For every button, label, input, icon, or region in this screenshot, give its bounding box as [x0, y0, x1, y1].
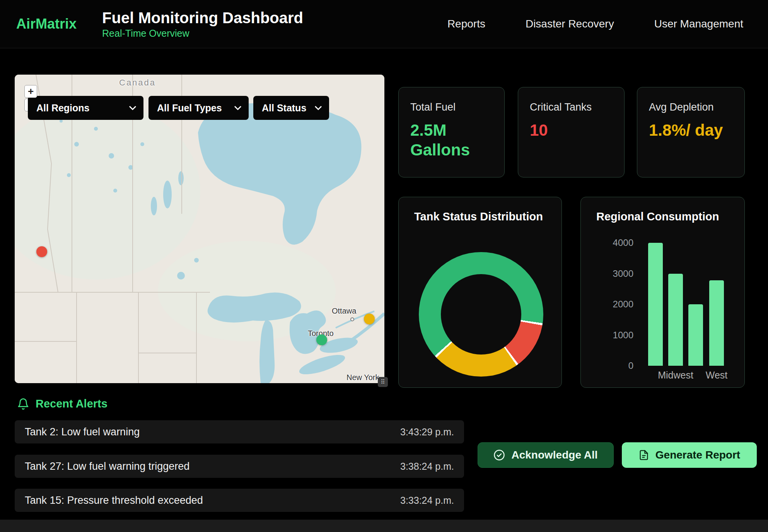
- page-title: Fuel Monitoring Dashboard: [102, 9, 303, 26]
- kpi-label: Total Fuel: [410, 101, 493, 113]
- alert-time: 3:33:24 p.m.: [400, 495, 454, 506]
- regional-consumption-card: Regional Consumption 01000200030004000Mi…: [580, 197, 745, 388]
- consumption-bar: [688, 304, 703, 366]
- bell-icon: [17, 398, 29, 410]
- kpi-card-avg-depletion: Avg Depletion 1.8%/ day: [637, 87, 745, 177]
- map-zoom-in-button[interactable]: +: [24, 85, 37, 98]
- main-nav: Reports Disaster Recovery User Managemen…: [447, 18, 743, 30]
- x-axis-tick: Midwest: [652, 370, 699, 381]
- fuel-type-filter-value: All Fuel Types: [157, 102, 222, 114]
- map-label-ottawa: Ottawa: [332, 307, 356, 315]
- y-axis-tick: 0: [581, 360, 633, 372]
- kpi-value-critical-tanks: 10: [530, 120, 613, 140]
- bar-chart-title: Regional Consumption: [596, 210, 744, 223]
- alert-row[interactable]: Tank 15: Pressure threshold exceeded 3:3…: [15, 489, 464, 512]
- kpi-value-total-fuel: 2.5M Gallons: [410, 120, 493, 160]
- kpi-value-avg-depletion: 1.8%/ day: [649, 120, 733, 140]
- document-icon: [638, 450, 649, 460]
- recent-alerts-heading: Recent Alerts: [17, 397, 108, 410]
- map-resize-handle[interactable]: ⠿: [378, 377, 388, 387]
- status-filter-dropdown[interactable]: All Status: [253, 96, 329, 120]
- chevron-down-icon: [129, 106, 137, 111]
- consumption-bar: [668, 274, 683, 366]
- x-axis-tick: West: [693, 370, 740, 381]
- dashboard-page: AirMatrix Fuel Monitoring Dashboard Real…: [0, 0, 768, 532]
- nav-item-disaster-recovery[interactable]: Disaster Recovery: [526, 18, 614, 30]
- y-axis-tick: 4000: [581, 237, 633, 249]
- region-filter-dropdown[interactable]: All Regions: [28, 96, 143, 120]
- y-axis-tick: 2000: [581, 298, 633, 310]
- tank-status-card: Tank Status Distribution: [398, 197, 562, 388]
- donut-chart: [419, 252, 543, 377]
- nav-item-reports[interactable]: Reports: [447, 18, 485, 30]
- fuel-map[interactable]: + − All Regions All Fuel Types All Statu…: [15, 75, 384, 383]
- fuel-type-filter-dropdown[interactable]: All Fuel Types: [148, 96, 249, 120]
- chevron-down-icon: [234, 106, 242, 111]
- tank-marker-warning[interactable]: [364, 314, 375, 324]
- alert-row[interactable]: Tank 27: Low fuel warning triggered 3:38…: [15, 455, 464, 478]
- tank-marker-normal[interactable]: [316, 334, 327, 345]
- chevron-down-icon: [314, 106, 322, 111]
- app-header: AirMatrix Fuel Monitoring Dashboard Real…: [0, 0, 768, 48]
- acknowledge-all-button[interactable]: Acknowledge All: [478, 442, 614, 468]
- donut-hole: [441, 274, 521, 355]
- ottawa-city-dot: [350, 317, 354, 321]
- alert-time: 3:38:24 p.m.: [400, 461, 454, 472]
- acknowledge-all-label: Acknowledge All: [511, 449, 597, 461]
- footer-strip: [0, 520, 768, 532]
- alert-text: Tank 2: Low fuel warning: [25, 426, 140, 438]
- map-label-canada: Canada: [119, 78, 156, 88]
- nav-item-user-management[interactable]: User Management: [654, 18, 743, 30]
- app-logo: AirMatrix: [16, 16, 77, 32]
- alert-time: 3:43:29 p.m.: [400, 426, 454, 438]
- kpi-card-critical-tanks: Critical Tanks 10: [518, 87, 625, 177]
- recent-alerts-title: Recent Alerts: [36, 397, 108, 410]
- page-subtitle: Real-Time Overview: [102, 28, 303, 39]
- kpi-label: Critical Tanks: [530, 101, 613, 113]
- kpi-label: Avg Depletion: [649, 101, 733, 113]
- region-filter-value: All Regions: [36, 102, 90, 114]
- tank-marker-critical[interactable]: [36, 246, 47, 257]
- alert-row[interactable]: Tank 2: Low fuel warning 3:43:29 p.m.: [15, 420, 464, 443]
- generate-report-label: Generate Report: [655, 449, 740, 461]
- map-label-new-york: New York: [346, 373, 379, 382]
- status-filter-value: All Status: [262, 102, 306, 114]
- alert-text: Tank 27: Low fuel warning triggered: [25, 460, 189, 472]
- alert-text: Tank 15: Pressure threshold exceeded: [25, 494, 203, 506]
- generate-report-button[interactable]: Generate Report: [622, 442, 757, 468]
- consumption-bar: [648, 243, 663, 366]
- y-axis-tick: 1000: [581, 329, 633, 341]
- check-circle-icon: [493, 449, 505, 461]
- consumption-bar: [709, 280, 724, 366]
- donut-chart-title: Tank Status Distribution: [414, 210, 561, 223]
- kpi-card-total-fuel: Total Fuel 2.5M Gallons: [398, 87, 505, 177]
- y-axis-tick: 3000: [581, 268, 633, 280]
- title-block: Fuel Monitoring Dashboard Real-Time Over…: [102, 9, 303, 39]
